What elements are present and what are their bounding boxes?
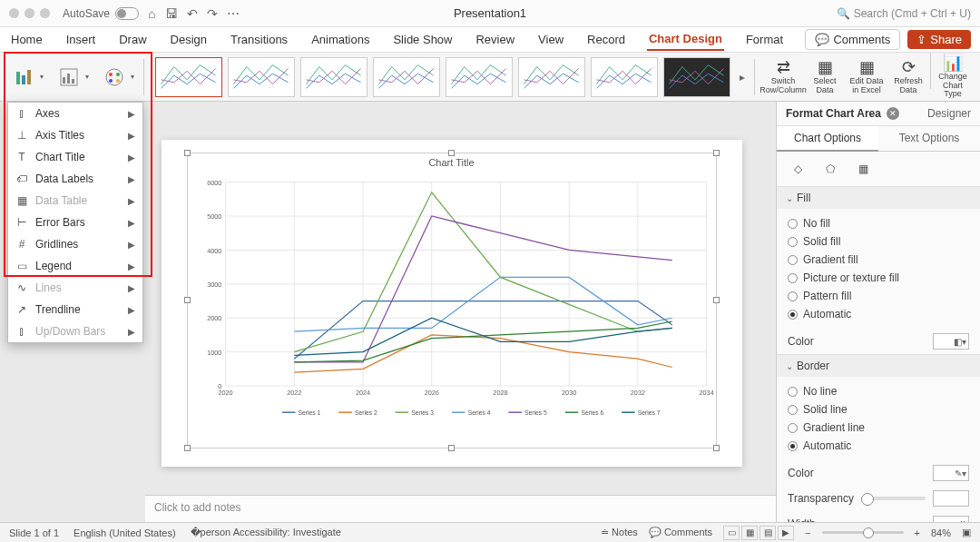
radio-pattern-fill[interactable]: Pattern fill: [788, 287, 969, 305]
chart-style-thumb[interactable]: [446, 57, 513, 97]
border-color-picker[interactable]: ✎▾: [933, 465, 969, 481]
tab-format[interactable]: Format: [744, 29, 785, 50]
chart-style-thumb[interactable]: [300, 57, 368, 97]
slideshow-view-button[interactable]: ▶: [778, 526, 794, 540]
resize-handle[interactable]: [713, 297, 720, 303]
reading-view-button[interactable]: ▤: [760, 526, 776, 540]
resize-handle[interactable]: [448, 150, 455, 156]
effects-icon[interactable]: ⬠: [820, 159, 840, 179]
resize-handle[interactable]: [713, 150, 720, 156]
chart-plot[interactable]: 0100020003000400050006000202020222024202…: [188, 172, 716, 430]
select-data-button[interactable]: ▦Select Data: [805, 53, 845, 102]
window-controls[interactable]: [9, 8, 50, 18]
tab-chart-options[interactable]: Chart Options: [777, 126, 878, 152]
add-chart-element-button[interactable]: [11, 60, 36, 94]
transparency-slider[interactable]: [861, 497, 926, 500]
border-section-header[interactable]: Border: [777, 355, 980, 377]
menu-item-error-bars[interactable]: ⊢Error Bars▶: [8, 212, 142, 233]
home-icon[interactable]: ⌂: [148, 6, 155, 21]
menu-item-axis-titles[interactable]: ⊥Axis Titles▶: [8, 124, 142, 146]
tab-design[interactable]: Design: [169, 29, 209, 50]
radio-gradient-line[interactable]: Gradient line: [788, 419, 969, 437]
radio-solid-fill[interactable]: Solid fill: [788, 232, 969, 251]
menu-item-legend[interactable]: ▭Legend▶: [8, 255, 142, 277]
fill-section-header[interactable]: Fill: [777, 187, 980, 209]
resize-handle[interactable]: [448, 445, 455, 451]
notes-button[interactable]: ≐ Notes: [601, 527, 638, 538]
close-icon[interactable]: ✕: [887, 107, 899, 120]
save-icon[interactable]: 🖫: [165, 6, 178, 21]
menu-item-gridlines[interactable]: #Gridlines▶: [8, 233, 142, 255]
edit-data-button[interactable]: ▦Edit Data in Excel: [847, 53, 887, 102]
change-chart-type-button[interactable]: 📊Change Chart Type: [933, 53, 973, 102]
chart-title[interactable]: Chart Title: [188, 153, 716, 172]
tab-review[interactable]: Review: [474, 29, 516, 50]
transparency-input[interactable]: [933, 490, 969, 507]
more-icon[interactable]: ⋯: [227, 6, 240, 21]
chart-style-thumb[interactable]: [228, 57, 295, 97]
gallery-next-button[interactable]: ▸: [736, 57, 749, 97]
radio-picture-or-texture-fill[interactable]: Picture or texture fill: [788, 269, 969, 287]
refresh-data-button[interactable]: ⟳Refresh Data: [888, 53, 928, 102]
accessibility-indicator[interactable]: �person Accessibility: Investigate: [191, 527, 341, 538]
chevron-down-icon[interactable]: ▾: [131, 73, 134, 81]
sorter-view-button[interactable]: ▦: [741, 526, 758, 540]
tab-chart-design[interactable]: Chart Design: [647, 28, 724, 51]
chevron-down-icon[interactable]: ▾: [85, 73, 89, 81]
chart-style-thumb[interactable]: [518, 57, 585, 97]
chart-style-thumb[interactable]: [155, 57, 222, 97]
resize-handle[interactable]: [184, 150, 191, 156]
notes-pane[interactable]: Click to add notes: [145, 495, 776, 522]
change-colors-button[interactable]: [102, 60, 127, 94]
tab-insert[interactable]: Insert: [64, 29, 98, 50]
tab-view[interactable]: View: [536, 29, 565, 50]
menu-item-axes[interactable]: ⫿Axes▶: [8, 103, 142, 124]
resize-handle[interactable]: [184, 297, 191, 303]
zoom-slider[interactable]: [822, 531, 904, 534]
tab-animations[interactable]: Animations: [309, 29, 371, 50]
quick-layout-button[interactable]: [56, 60, 82, 94]
zoom-in-button[interactable]: +: [915, 527, 920, 538]
switch-icon[interactable]: [115, 7, 139, 20]
fill-line-icon[interactable]: ◇: [788, 159, 808, 179]
menu-item-trendline[interactable]: ↗Trendline▶: [8, 299, 142, 320]
language-indicator[interactable]: English (United States): [74, 527, 176, 538]
tab-slideshow[interactable]: Slide Show: [391, 29, 454, 50]
switch-row-column-button[interactable]: ⇄Switch Row/Column: [763, 53, 803, 102]
radio-automatic[interactable]: Automatic: [788, 437, 969, 455]
tab-text-options[interactable]: Text Options: [878, 126, 980, 152]
menu-item-chart-title[interactable]: TChart Title▶: [8, 146, 142, 168]
designer-button[interactable]: Designer: [927, 107, 971, 120]
tab-draw[interactable]: Draw: [117, 29, 148, 50]
fit-button[interactable]: ▣: [962, 527, 971, 538]
chart-style-thumb[interactable]: [373, 57, 440, 97]
normal-view-button[interactable]: ▭: [723, 526, 740, 540]
autosave-toggle[interactable]: AutoSave: [63, 7, 139, 20]
tab-transitions[interactable]: Transitions: [229, 29, 289, 50]
size-properties-icon[interactable]: ▦: [853, 159, 873, 179]
search-box[interactable]: 🔍 Search (Cmd + Ctrl + U): [837, 7, 971, 20]
chart-object[interactable]: Chart Title 0100020003000400050006000202…: [187, 153, 717, 448]
radio-no-fill[interactable]: No fill: [788, 214, 969, 232]
chart-style-thumb[interactable]: [663, 57, 730, 97]
menu-item-data-labels[interactable]: 🏷Data Labels▶: [8, 168, 142, 190]
comments-button[interactable]: 💬 Comments: [805, 29, 900, 50]
resize-handle[interactable]: [184, 445, 191, 451]
redo-icon[interactable]: ↷: [207, 6, 218, 21]
share-button[interactable]: ⇪ Share: [907, 30, 971, 49]
radio-gradient-fill[interactable]: Gradient fill: [788, 251, 969, 269]
undo-icon[interactable]: ↶: [187, 6, 198, 21]
tab-record[interactable]: Record: [585, 29, 627, 50]
zoom-percent[interactable]: 84%: [931, 527, 951, 538]
radio-solid-line[interactable]: Solid line: [788, 400, 969, 419]
zoom-out-button[interactable]: −: [805, 527, 810, 538]
tab-home[interactable]: Home: [9, 29, 44, 50]
comments-button[interactable]: 💬 Comments: [649, 527, 712, 538]
fill-color-picker[interactable]: ◧▾: [933, 333, 969, 350]
resize-handle[interactable]: [713, 445, 720, 451]
chart-style-thumb[interactable]: [591, 57, 658, 97]
slide-canvas[interactable]: Chart Title 0100020003000400050006000202…: [162, 140, 742, 467]
slide-indicator[interactable]: Slide 1 of 1: [9, 527, 59, 538]
radio-automatic[interactable]: Automatic: [788, 305, 969, 323]
radio-no-line[interactable]: No line: [788, 382, 969, 400]
